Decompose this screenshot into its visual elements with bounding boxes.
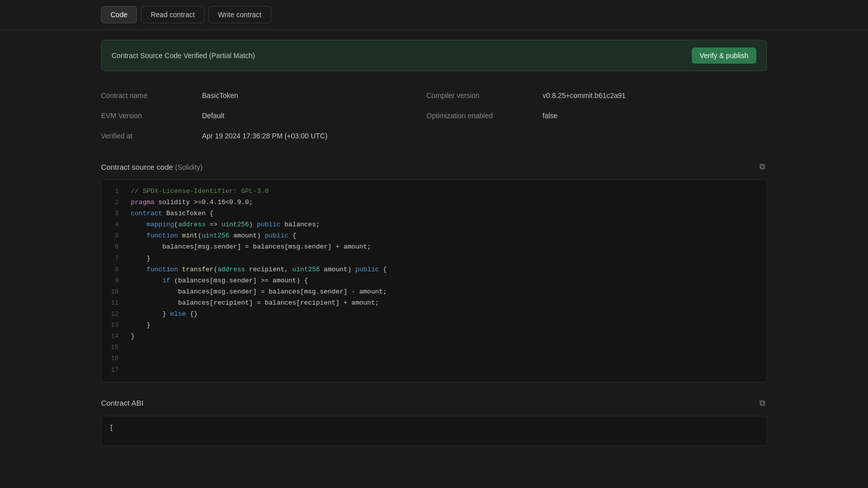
code-line: balances[recipient] = balances[recipient…	[131, 298, 758, 309]
evm-version-value: Default	[202, 106, 427, 126]
tab-read-contract[interactable]: Read contract	[141, 6, 204, 23]
copy-abi-button[interactable]: ⧉	[757, 397, 767, 410]
line-numbers: 1234567891011121314151617	[101, 186, 127, 376]
abi-title: Contract ABI	[101, 399, 143, 407]
source-code-header: Contract source code (Solidity) ⧉	[101, 160, 767, 173]
code-line: mapping(address => uint256) public balan…	[131, 219, 758, 230]
verified-at-label: Verified at	[101, 126, 202, 146]
source-code-title: Contract source code (Solidity)	[101, 163, 202, 171]
code-line: function mint(uint256 amount) public {	[131, 230, 758, 241]
contract-name-label: Contract name	[101, 85, 202, 106]
verify-banner-text: Contract Source Code Verified (Partial M…	[112, 52, 255, 60]
evm-version-label: EVM Version	[101, 106, 202, 126]
source-code-block: 1234567891011121314151617 // SPDX-Licens…	[101, 179, 767, 382]
main-content: Contract Source Code Verified (Partial M…	[0, 30, 868, 456]
abi-section: Contract ABI ⧉ [	[101, 397, 767, 446]
code-line: function transfer(address recipient, uin…	[131, 264, 758, 275]
code-line: balances[msg.sender] = balances[msg.send…	[131, 286, 758, 298]
code-line: if (balances[msg.sender] >= amount) {	[131, 275, 758, 286]
code-line: contract BasicToken {	[131, 208, 758, 219]
code-line: balances[msg.sender] = balances[msg.send…	[131, 241, 758, 253]
verified-at-value: Apr 19 2024 17:36:28 PM (+03:00 UTC)	[202, 126, 427, 146]
code-line: // SPDX-License-Identifier: GPL-3.0	[131, 186, 758, 197]
compiler-version-value: v0.8.25+commit.b61c2a91	[543, 85, 768, 106]
code-line: }	[131, 320, 758, 331]
code-content: 1234567891011121314151617 // SPDX-Licens…	[101, 180, 767, 382]
copy-source-button[interactable]: ⧉	[757, 160, 767, 173]
verify-banner: Contract Source Code Verified (Partial M…	[101, 40, 767, 71]
code-lines: // SPDX-License-Identifier: GPL-3.0pragm…	[127, 186, 767, 376]
code-line: }	[131, 253, 758, 264]
code-line: } else {}	[131, 309, 758, 320]
abi-code-block: [	[101, 416, 767, 446]
verify-publish-button[interactable]: Verify & publish	[692, 47, 757, 64]
contract-metadata: Contract name BasicToken Compiler versio…	[101, 85, 767, 146]
contract-name-value: BasicToken	[202, 85, 427, 106]
abi-header: Contract ABI ⧉	[101, 397, 767, 410]
tab-write-contract[interactable]: Write contract	[209, 6, 271, 23]
optimization-label: Optimization enabled	[427, 106, 543, 126]
code-line: }	[131, 331, 758, 342]
tabs-bar: Code Read contract Write contract	[0, 0, 868, 30]
optimization-value: false	[543, 106, 768, 126]
tab-code[interactable]: Code	[101, 6, 137, 23]
code-line: pragma solidity >=0.4.16<0.9.0;	[131, 197, 758, 208]
compiler-version-label: Compiler version	[427, 85, 543, 106]
page-wrapper: Code Read contract Write contract Contra…	[0, 0, 868, 476]
